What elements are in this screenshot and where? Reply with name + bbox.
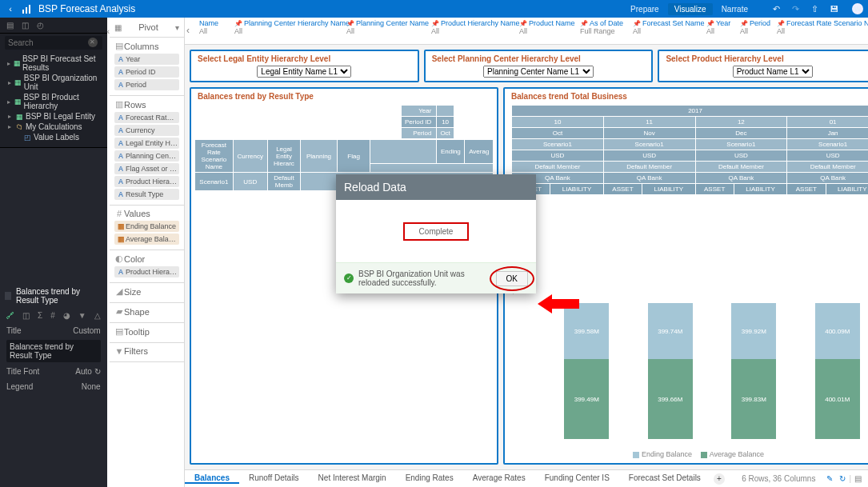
edit-icon[interactable]: ✎: [826, 474, 833, 483]
pill[interactable]: ▦Average Bala…: [114, 234, 179, 245]
tree-item-tag[interactable]: ◰Value Labels: [0, 132, 107, 142]
mode-visualize[interactable]: Visualize: [668, 3, 713, 15]
canvas-tab[interactable]: Net Interest Margin: [309, 473, 396, 484]
filter-chip[interactable]: 📌YearAll: [706, 18, 735, 35]
redo-icon[interactable]: ↷: [790, 3, 801, 14]
refresh-icon[interactable]: ↻: [839, 474, 846, 483]
tree-item[interactable]: ▸▦BSP BI Product Hierarchy: [0, 92, 107, 111]
save-icon[interactable]: 💾︎: [828, 3, 839, 14]
ok-button[interactable]: OK: [496, 271, 528, 286]
filter-chip[interactable]: 📌As of DateFull Range: [580, 18, 628, 35]
pill[interactable]: ALegal Entity H…: [114, 138, 179, 149]
planning-center-select[interactable]: Planning Center Name L1: [483, 66, 594, 78]
mode-prepare[interactable]: Prepare: [624, 3, 666, 15]
grammar-panel: ▦ Pivot ▾ ▤Columns AYear APeriod ID APer…: [110, 18, 185, 487]
tree-item[interactable]: ▸▦BSP BI Forecast Set Results: [0, 54, 107, 73]
flask-icon[interactable]: △: [94, 311, 101, 320]
canvas-tab[interactable]: Forecast Set Details: [619, 473, 710, 484]
canvas-tabs: BalancesRunoff DetailsNet Interest Margi…: [185, 469, 868, 487]
pin-icon: 📌: [519, 20, 527, 27]
canvas-tab[interactable]: Funding Center IS: [535, 473, 619, 484]
mode-narrate[interactable]: Narrate: [715, 3, 754, 15]
share-icon[interactable]: ⇧: [809, 3, 820, 14]
pill[interactable]: AResult Type: [114, 189, 179, 200]
tree-item[interactable]: ▸▦BSP BI Legal Entity: [0, 111, 107, 122]
pill[interactable]: ▦Ending Balance: [114, 221, 179, 232]
active-viz-title: Balances trend by Result Type: [0, 284, 107, 308]
gauge-icon[interactable]: ◕: [63, 311, 70, 320]
analytics-tab-icon[interactable]: ◴: [37, 21, 44, 30]
size-drop[interactable]: ◢Size: [114, 286, 179, 297]
tooltip-drop[interactable]: ▤Tooltip: [114, 326, 179, 337]
bar[interactable]: 400.09M400.01M: [815, 303, 860, 439]
dataset-tree: ▸▦BSP BI Forecast Set Results ▸▦BSP BI O…: [0, 52, 107, 147]
pill[interactable]: AYear: [114, 54, 179, 65]
pill[interactable]: APeriod ID: [114, 66, 179, 78]
status-badge: Complete: [403, 222, 470, 241]
filter-chip[interactable]: 📌Planning Center NameAll: [346, 18, 426, 35]
viz-type-picker[interactable]: ▦ Pivot ▾: [110, 18, 184, 38]
filter-chip[interactable]: 📌Product NameAll: [519, 18, 575, 35]
viz-tab-icon[interactable]: ◫: [22, 21, 29, 30]
canvas-tab[interactable]: Balances: [185, 473, 239, 484]
bar[interactable]: 399.58M399.49M: [564, 303, 609, 439]
dialog-title: Reload Data: [336, 174, 536, 200]
data-tab-icon[interactable]: ▤: [6, 21, 14, 30]
canvas-tab[interactable]: Ending Rates: [396, 473, 463, 484]
refresh-icon[interactable]: ↻: [94, 367, 101, 376]
filter-chip[interactable]: 📌Forecast Rate Scenario NAll: [777, 18, 865, 35]
rows-drop[interactable]: ▥Rows: [114, 99, 179, 110]
collapse-panel-icon[interactable]: ‹: [107, 27, 110, 36]
pill[interactable]: AFlag Asset or …: [114, 163, 179, 174]
pill[interactable]: AForecast Rat…: [114, 112, 179, 123]
product-select[interactable]: Product Name L1: [733, 66, 813, 78]
tree-item[interactable]: ▸▦BSP BI Organization Unit: [0, 73, 107, 92]
clear-icon[interactable]: ✕: [88, 38, 98, 47]
pill[interactable]: ACurrency: [114, 125, 179, 136]
bar-chart-viz[interactable]: Balances trend Total Business 2017 10111…: [503, 87, 868, 465]
filter-chip[interactable]: NameAll: [199, 18, 230, 35]
back-icon[interactable]: ‹: [5, 4, 16, 14]
properties-panel: Balances trend by Result Type 🔗︎ ◫ Σ # ◕…: [0, 147, 107, 487]
legal-entity-select[interactable]: Legal Entity Name L1: [257, 66, 351, 78]
tree-item-folder[interactable]: ▸📁︎My Calculations: [0, 122, 107, 132]
shape-drop[interactable]: ▰Shape: [114, 306, 179, 317]
filter-icon[interactable]: ▼: [78, 311, 86, 320]
bar[interactable]: 399.74M399.66M: [648, 303, 693, 439]
columns-drop[interactable]: ▤Columns: [114, 41, 179, 51]
status-text: 6 Rows, 36 Columns: [742, 474, 815, 483]
bar[interactable]: 399.92M399.83M: [731, 303, 776, 439]
values-drop[interactable]: #Values: [114, 209, 179, 218]
pin-icon: 📌: [633, 20, 641, 27]
pin-icon: 📌: [706, 20, 714, 27]
pill[interactable]: AProduct Hiera…: [114, 266, 179, 277]
sum-icon[interactable]: Σ: [38, 311, 42, 320]
app-logo-icon: [21, 2, 34, 15]
selector-card: Select Product Hierarchy Level Product N…: [658, 50, 868, 82]
title-input[interactable]: Balances trend by Result Type: [6, 340, 101, 362]
data-panel: ▤ ◫ ◴ ✕ ▸▦BSP BI Forecast Set Results ▸▦…: [0, 18, 107, 487]
pill[interactable]: AProduct Hiera…: [114, 176, 179, 187]
canvas-tab[interactable]: Runoff Details: [239, 473, 309, 484]
filters-drop[interactable]: ▼Filters: [114, 346, 179, 356]
chart-legend: Ending Balance Average Balance: [505, 450, 868, 458]
pill[interactable]: APlanning Cen…: [114, 150, 179, 162]
canvas-tab[interactable]: Average Rates: [463, 473, 535, 484]
avatar[interactable]: W: [852, 3, 863, 14]
layout1-icon[interactable]: ▤: [854, 474, 862, 483]
copy-icon[interactable]: ◫: [22, 311, 30, 320]
scroll-left-icon[interactable]: ‹: [186, 25, 190, 36]
selector-card: Select Legal Entity Hierarchy Level Lega…: [190, 50, 419, 82]
color-drop[interactable]: ◐Color: [114, 253, 179, 264]
filter-chip[interactable]: 📌Planning Center Hierarchy NameAll: [234, 18, 342, 35]
filter-chip[interactable]: 📌PeriodAll: [740, 18, 772, 35]
filter-chip[interactable]: 📌Product Hierarchy NameAll: [431, 18, 514, 35]
hash-icon[interactable]: #: [50, 311, 55, 320]
filter-chip[interactable]: 📌Forecast Set NameAll: [633, 18, 702, 35]
link-icon[interactable]: 🔗︎: [6, 311, 14, 320]
pill[interactable]: APeriod: [114, 79, 179, 90]
pin-icon: 📌: [740, 20, 748, 27]
undo-icon[interactable]: ↶: [770, 3, 782, 14]
add-canvas-button[interactable]: +: [714, 473, 725, 485]
pin-icon: 📌: [346, 20, 354, 27]
